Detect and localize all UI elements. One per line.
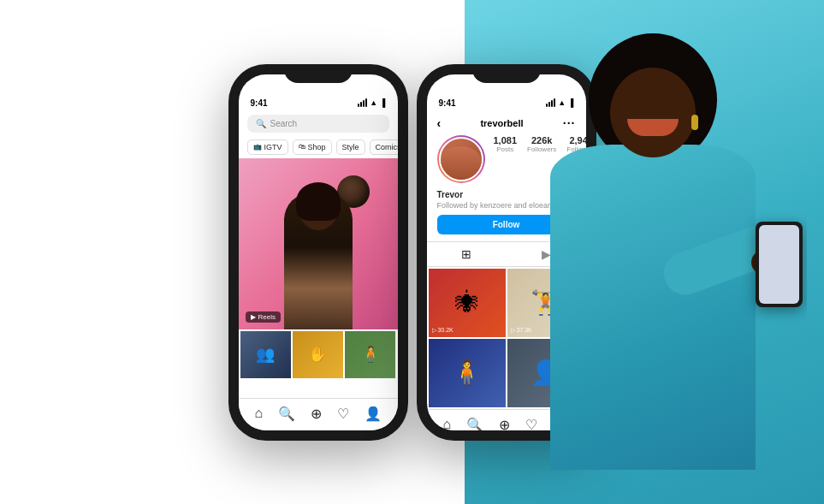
avatar xyxy=(439,137,483,181)
avatar-container xyxy=(437,135,485,183)
cat-style[interactable]: Style xyxy=(336,139,365,155)
nav-heart-left[interactable]: ♡ xyxy=(337,406,349,422)
hero-image: ▶ Reels xyxy=(239,158,398,329)
woman-figure xyxy=(499,16,807,504)
back-button[interactable]: ‹ xyxy=(437,116,442,130)
wifi-icon: ▲ xyxy=(370,98,377,107)
time-left: 9:41 xyxy=(251,98,268,108)
cat-igtv[interactable]: 📺 IGTV xyxy=(247,139,288,155)
nav-search-right[interactable]: 🔍 xyxy=(466,417,483,430)
scene: 9:41 ▲ ▐ 🔍 Search 📺 IGTV xyxy=(0,0,824,504)
play-icon-1: ▷30.2K xyxy=(432,327,453,334)
screen-left: 9:41 ▲ ▐ 🔍 Search 📺 IGTV xyxy=(239,74,398,430)
main-content-left: ▶ Reels 👥 ✋ 🧍 xyxy=(239,158,398,398)
nav-profile-left[interactable]: 👤 xyxy=(365,406,382,422)
cat-comics[interactable]: Comics xyxy=(370,139,398,155)
hero-person xyxy=(263,167,374,329)
search-bar[interactable]: 🔍 Search xyxy=(247,115,389,133)
shop-icon: 🛍 xyxy=(299,143,305,151)
nav-add-left[interactable]: ⊕ xyxy=(311,406,322,422)
cat-style-label: Style xyxy=(342,143,359,151)
cat-shop-label: Shop xyxy=(308,143,326,151)
reels-badge: ▶ Reels xyxy=(246,311,281,323)
phone-left: 9:41 ▲ ▐ 🔍 Search 📺 IGTV xyxy=(228,64,408,441)
profile-grid-item-1: 🕷 ▷30.2K xyxy=(429,269,506,337)
cat-igtv-label: IGTV xyxy=(264,143,282,151)
reels-label: Reels xyxy=(258,313,276,321)
grid-item-3: 🧍 xyxy=(345,331,395,378)
igtv-icon: 📺 xyxy=(253,143,262,151)
search-icon: 🔍 xyxy=(256,119,266,128)
tab-grid[interactable]: ⊞ xyxy=(461,247,471,261)
battery-icon: ▐ xyxy=(380,98,385,107)
reels-icon: ▶ xyxy=(251,313,256,321)
profile-grid-item-3: 🧍 xyxy=(429,339,506,407)
categories-row: 📺 IGTV 🛍 Shop Style Comics TV & Movie xyxy=(239,136,398,158)
nav-home-right[interactable]: ⌂ xyxy=(442,417,451,430)
time-right: 9:41 xyxy=(439,98,456,108)
grid-item-2: ✋ xyxy=(293,331,343,378)
signal-icon xyxy=(358,98,367,107)
search-placeholder: Search xyxy=(270,119,298,128)
notch-left xyxy=(284,64,353,83)
cat-comics-label: Comics xyxy=(376,143,398,151)
nav-home-left[interactable]: ⌂ xyxy=(254,406,263,422)
bottom-nav-left: ⌂ 🔍 ⊕ ♡ 👤 xyxy=(239,398,398,430)
grid-section: 👥 ✋ 🧍 xyxy=(239,329,398,380)
grid-item-1: 👥 xyxy=(240,331,291,378)
status-icons-left: ▲ ▐ xyxy=(358,98,385,107)
cat-shop[interactable]: 🛍 Shop xyxy=(293,139,332,155)
nav-search-left[interactable]: 🔍 xyxy=(278,406,295,422)
